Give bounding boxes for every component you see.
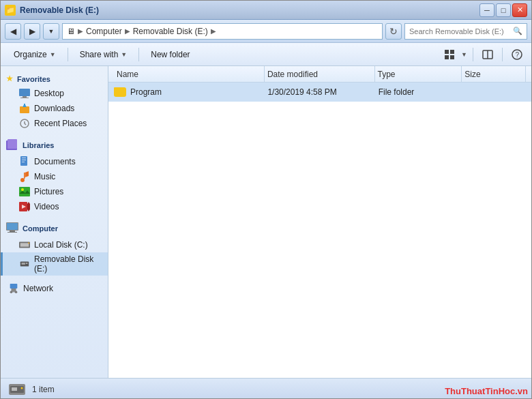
organize-arrow: ▼ [50,51,56,58]
svg-rect-8 [19,89,30,96]
sidebar-item-recent[interactable]: Recent Places [1,116,108,131]
help-button[interactable]: ? [508,46,526,63]
svg-rect-3 [450,55,454,59]
watermark-text2: TinHoc [485,386,515,396]
file-name-cell: Program [114,87,267,97]
svg-rect-16 [8,139,17,149]
svg-rect-19 [22,160,26,160]
address-path[interactable]: 🖥 ▶ Computer ▶ Removable Disk (E:) ▶ [62,23,383,40]
share-arrow: ▼ [121,51,127,58]
videos-icon [19,201,30,212]
favorites-section: ★ Favorites Desktop [1,72,108,131]
file-area: Name Date modified Type Size Program 1/3… [108,66,531,378]
recent-locations-button[interactable]: ▼ [43,23,59,40]
favorites-label: Favorites [17,75,50,83]
svg-rect-11 [20,106,29,113]
sidebar-item-videos[interactable]: Videos [1,199,108,214]
toolbar-separator-3 [473,48,473,61]
svg-rect-2 [445,55,449,59]
computer-icon [6,222,18,235]
file-list: Program 1/30/2019 4:58 PM File folder [108,83,531,378]
svg-rect-1 [450,50,454,54]
music-icon [19,171,30,182]
window-icon: 📁 [5,5,16,16]
pictures-icon [19,186,30,197]
svg-rect-10 [20,98,29,98]
view-arrow[interactable]: ▼ [461,51,467,58]
localc-icon [19,239,30,250]
table-row[interactable]: Program 1/30/2019 4:58 PM File folder [108,83,531,102]
forward-button[interactable]: ▶ [24,23,40,40]
network-icon [8,283,19,294]
col-name[interactable]: Name [114,66,265,82]
svg-rect-9 [23,96,27,98]
computer-section: Computer Local Disk (C:) [1,220,108,276]
maximize-button[interactable]: □ [496,3,511,17]
search-input[interactable] [409,27,510,35]
localc-label: Local Disk (C:) [34,240,88,250]
watermark: ThuThuatTinHoc.vn [445,386,528,396]
svg-rect-20 [22,162,25,162]
toolbar-separator-2 [138,48,139,61]
organize-button[interactable]: Organize ▼ [6,46,63,63]
sidebar-item-desktop[interactable]: Desktop [1,86,108,101]
documents-icon [19,156,30,167]
sidebar-item-pictures[interactable]: Pictures [1,184,108,199]
toolbar-right: ▼ ? [441,46,526,63]
organize-label: Organize [14,50,47,59]
favorites-icon: ★ [6,74,13,83]
file-type: File folder [379,87,415,97]
svg-rect-33 [20,243,29,246]
svg-rect-39 [11,289,16,291]
svg-rect-38 [10,284,18,289]
recent-icon [19,118,30,129]
main-content: ★ Favorites Desktop [1,66,531,378]
removable-icon [19,258,30,269]
col-date-modified[interactable]: Date modified [265,66,375,82]
toolbar: Organize ▼ Share with ▼ New folder ▼ [1,43,531,66]
window-title: Removable Disk (E:) [20,5,99,15]
address-bar: ◀ ▶ ▼ 🖥 ▶ Computer ▶ Removable Disk (E:)… [1,20,531,43]
file-name: Program [130,87,162,97]
refresh-button[interactable]: ↻ [385,23,402,40]
libraries-label: Libraries [23,141,54,149]
search-box[interactable]: 🔍 [404,23,527,40]
new-folder-button[interactable]: New folder [143,46,197,63]
svg-point-24 [21,188,24,191]
close-button[interactable]: ✕ [512,3,527,17]
breadcrumb-icon: 🖥 [67,27,75,36]
svg-rect-13 [24,104,25,107]
svg-rect-31 [8,232,17,233]
desktop-label: Desktop [34,89,64,98]
back-button[interactable]: ◀ [5,23,21,40]
sidebar-item-localc[interactable]: Local Disk (C:) [1,237,108,252]
preview-pane-button[interactable] [479,46,497,63]
svg-rect-37 [26,263,28,264]
sidebar-item-network[interactable]: Network [1,281,108,296]
col-size[interactable]: Size [462,66,526,82]
documents-label: Documents [34,157,76,166]
videos-label: Videos [34,202,59,211]
search-icon: 🔍 [513,27,522,35]
col-type[interactable]: Type [375,66,462,82]
title-bar-left: 📁 Removable Disk (E:) [5,5,99,16]
sidebar-item-removable[interactable]: Removable Disk (E:) [1,252,108,276]
computer-label: Computer [23,224,58,233]
svg-rect-36 [22,263,25,265]
svg-marker-26 [27,202,30,211]
svg-rect-22 [24,173,25,179]
minimize-button[interactable]: ─ [479,3,494,17]
libraries-header: Libraries [1,136,108,154]
sidebar-item-documents[interactable]: Documents [1,154,108,169]
share-button[interactable]: Share with ▼ [72,46,135,63]
downloads-label: Downloads [34,104,74,113]
sidebar-item-music[interactable]: Music [1,169,108,184]
file-type-cell: File folder [379,87,464,97]
new-folder-label: New folder [151,50,190,59]
breadcrumb-computer[interactable]: Computer [86,27,122,36]
network-section: Network [1,281,108,296]
title-bar: 📁 Removable Disk (E:) ─ □ ✕ [1,1,531,20]
breadcrumb-drive[interactable]: Removable Disk (E:) [133,27,208,36]
sidebar-item-downloads[interactable]: Downloads [1,101,108,116]
view-button[interactable] [441,46,458,63]
